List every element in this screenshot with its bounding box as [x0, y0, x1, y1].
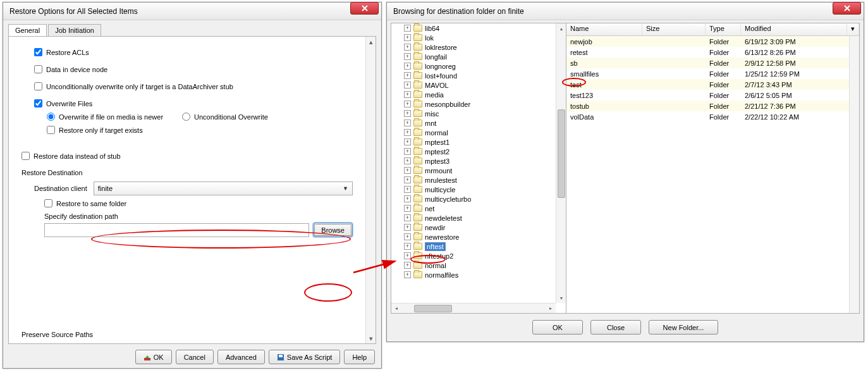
expand-icon[interactable]: +	[404, 44, 411, 51]
restore-data-instead-checkbox[interactable]	[21, 152, 30, 160]
expand-icon[interactable]: +	[404, 195, 411, 202]
restore-acls-checkbox[interactable]	[34, 48, 42, 56]
tree-item[interactable]: +newdir	[391, 223, 556, 232]
tree-item[interactable]: +multicycleturbo	[391, 194, 556, 204]
expand-icon[interactable]: +	[404, 25, 411, 32]
overwrite-files-option[interactable]: Overwrite Files	[34, 99, 353, 108]
tree-item[interactable]: +mptest2	[391, 147, 556, 156]
tree-item[interactable]: +media	[391, 90, 556, 99]
overwrite-if-newer-option[interactable]: Overwrite if file on media is newer Unco…	[47, 113, 353, 121]
expand-icon[interactable]: +	[404, 72, 411, 79]
uncond-overwrite-stub-checkbox[interactable]	[34, 82, 42, 90]
expand-icon[interactable]: +	[404, 224, 411, 231]
tree-item[interactable]: +newrestore	[391, 232, 556, 242]
column-modified[interactable]: Modified	[741, 23, 847, 35]
expand-icon[interactable]: +	[404, 148, 411, 155]
expand-icon[interactable]: +	[404, 157, 411, 164]
expand-icon[interactable]: +	[404, 176, 411, 183]
data-in-device-node-checkbox[interactable]	[34, 65, 42, 73]
restore-same-folder-checkbox[interactable]	[44, 199, 52, 207]
help-button[interactable]: Help	[344, 350, 375, 364]
expand-icon[interactable]: +	[404, 205, 411, 212]
expand-icon[interactable]: +	[404, 101, 411, 108]
tree-item[interactable]: +normalfiles	[391, 270, 556, 280]
tree-scrollbar-vertical[interactable]: ▴ ▾	[556, 23, 566, 303]
expand-icon[interactable]: +	[404, 34, 411, 41]
expand-icon[interactable]: +	[404, 186, 411, 193]
tree-item[interactable]: +normal	[391, 261, 556, 270]
restore-acls-option[interactable]: Restore ACLs	[34, 48, 353, 56]
list-item[interactable]: smallfilesFolder1/25/12 12:59 PM	[566, 68, 859, 79]
list-scrollbar-vertical[interactable]	[849, 36, 859, 313]
expand-icon[interactable]: +	[404, 91, 411, 98]
expand-icon[interactable]: +	[404, 252, 411, 259]
list-item[interactable]: test123Folder2/6/12 5:05 PM	[566, 90, 859, 101]
expand-icon[interactable]: +	[404, 120, 411, 126]
expand-icon[interactable]: +	[404, 167, 411, 174]
data-in-device-node-option[interactable]: Data in device node	[34, 65, 353, 73]
list-item[interactable]: retestFolder6/13/12 8:26 PM	[566, 47, 859, 58]
tree-item[interactable]: +lib64	[391, 23, 556, 33]
close-button[interactable]: Close	[590, 320, 641, 335]
expand-icon[interactable]: +	[404, 262, 411, 269]
tree-item[interactable]: +multicycle	[391, 185, 556, 194]
tree-item[interactable]: +lok	[391, 33, 556, 42]
list-item[interactable]: volDataFolder2/22/12 10:22 AM	[566, 111, 859, 122]
tree-item[interactable]: +nftestup2	[391, 251, 556, 261]
tab-general[interactable]: General	[8, 24, 47, 36]
browse-button[interactable]: Browse	[313, 223, 353, 237]
destination-path-input[interactable]	[44, 223, 309, 237]
expand-icon[interactable]: +	[404, 63, 411, 70]
expand-icon[interactable]: +	[404, 82, 411, 89]
tree-item[interactable]: +mormal	[391, 128, 556, 137]
list-item[interactable]: testFolder2/7/12 3:43 PM	[566, 79, 859, 90]
tree-item[interactable]: +longfail	[391, 52, 556, 61]
column-size[interactable]: Size	[642, 23, 706, 35]
overwrite-files-checkbox[interactable]	[34, 99, 42, 108]
restore-only-if-exists-option[interactable]: Restore only if target exists	[47, 126, 353, 134]
expand-icon[interactable]: +	[404, 138, 411, 145]
tree-item[interactable]: +mptest1	[391, 137, 556, 147]
overwrite-if-newer-radio[interactable]	[47, 113, 55, 121]
tree-item[interactable]: +nftest	[391, 242, 556, 251]
list-item[interactable]: newjobFolder6/19/12 3:09 PM	[566, 36, 859, 47]
restore-data-instead-option[interactable]: Restore data instead of stub	[21, 152, 353, 160]
restore-only-if-exists-checkbox[interactable]	[47, 126, 55, 134]
ok-button[interactable]: OK	[135, 350, 172, 364]
expand-icon[interactable]: +	[404, 53, 411, 60]
tree-item[interactable]: +longnoreg	[391, 61, 556, 71]
tree-item[interactable]: +mptest3	[391, 156, 556, 166]
new-folder-button[interactable]: New Folder...	[649, 320, 718, 335]
scrollbar-thumb[interactable]	[558, 109, 565, 198]
list-item[interactable]: sbFolder2/9/12 12:58 PM	[566, 58, 859, 68]
tree-item[interactable]: +mrulestest	[391, 175, 556, 185]
expand-icon[interactable]: +	[404, 129, 411, 136]
tree-scrollbar-horizontal[interactable]: ◂ ▸	[391, 303, 556, 313]
expand-icon[interactable]: +	[404, 271, 411, 278]
expand-icon[interactable]: +	[404, 233, 411, 240]
close-button[interactable]	[833, 2, 861, 15]
restore-same-folder-option[interactable]: Restore to same folder	[44, 199, 353, 207]
list-item[interactable]: tostubFolder2/21/12 7:36 PM	[566, 101, 859, 111]
advanced-button[interactable]: Advanced	[217, 350, 265, 364]
column-name[interactable]: Name	[566, 23, 642, 35]
tree-item[interactable]: +misc	[391, 109, 556, 118]
expand-icon[interactable]: +	[404, 110, 411, 117]
tree-item[interactable]: +loklrestore	[391, 42, 556, 52]
uncond-overwrite-stub-option[interactable]: Unconditionally overwrite only if target…	[34, 82, 353, 90]
tree-item[interactable]: +net	[391, 204, 556, 213]
cancel-button[interactable]: Cancel	[176, 350, 214, 364]
column-type[interactable]: Type	[706, 23, 741, 35]
unconditional-overwrite-radio[interactable]	[182, 113, 190, 121]
close-button[interactable]	[350, 2, 379, 15]
expand-icon[interactable]: +	[404, 243, 411, 250]
tree-item[interactable]: +mnt	[391, 118, 556, 128]
scrollbar-vertical[interactable]: ▴ ▾	[365, 37, 376, 343]
destination-client-combo[interactable]: finite ▼	[94, 181, 353, 195]
ok-button[interactable]: OK	[532, 320, 583, 335]
tree-item[interactable]: +mrmount	[391, 166, 556, 175]
tree-item[interactable]: +mesonpbuilder	[391, 99, 556, 109]
scrollbar-thumb[interactable]	[414, 305, 452, 312]
save-as-script-button[interactable]: Save As Script	[269, 350, 341, 364]
tree-item[interactable]: +newdeletest	[391, 213, 556, 223]
